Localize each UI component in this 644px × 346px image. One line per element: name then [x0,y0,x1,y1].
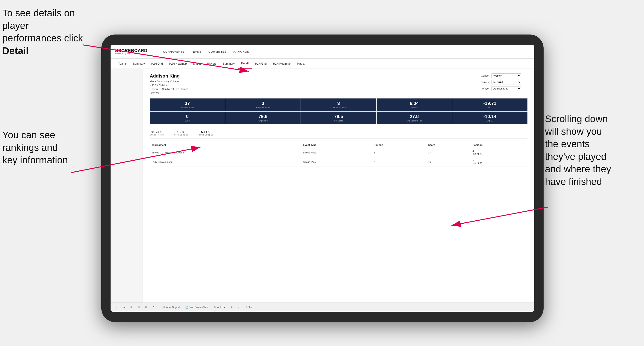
record-top25-value: 1-5-0 [173,130,188,134]
gender-select[interactable]: Women [491,73,521,78]
gender-filter-row: Gender Women [477,73,528,78]
tournament-table: Tournament Event Type Rounds Score Posit… [150,142,528,167]
player-details: Addison King Mesa Community College NJCA… [150,73,188,95]
stat-value-regional-rank: 3 [227,101,299,106]
division-select[interactable]: NJCAA I [491,80,521,84]
player-select[interactable]: Addison King [491,86,521,91]
toolbar-icon4[interactable]: ⏱ [151,305,156,309]
col-event-type: Event Type [301,142,372,148]
stat-value-avg-sg: -10.14 [454,114,526,119]
subnav-h2h-heatmap[interactable]: H2H Heatmap [166,59,190,69]
table-row: Estella CC- Mountain Classic Stroke Play… [150,148,528,157]
row2-tournament: Lady Coyote Invite [150,157,301,167]
stat-label-avg-sg: Avg SG [454,120,526,122]
stat-label-national-rank: National Rank [151,107,224,109]
stat-label-regional-rank: Regional Rank [227,107,299,109]
col-rounds: Rounds [372,142,426,148]
stat-avg-score-par: 27.8 Avg Score to Par [376,112,452,124]
division-label: Division [477,81,490,84]
logo-title: SCOREBOARD [115,48,148,53]
stat-label-adj-score: Adj Score [302,120,375,122]
stat-sos: -19.71 SoS [452,98,528,111]
subnav-h2h-heatmap2[interactable]: H2H Heatmap [270,59,294,69]
row2-position: 7 out of 20 [471,157,528,167]
row2-score: 16 [426,157,470,167]
player-name: Addison King [150,73,188,79]
nav-committee[interactable]: COMMITTEE [208,49,226,54]
subnav-summary[interactable]: Summary [130,59,148,69]
subnav-h2h-grid[interactable]: H2H Grid [148,59,166,69]
app-header: SCOREBOARD Powered by clippd TOURNAMENTS… [110,45,534,59]
nav-teams[interactable]: TEAMS [191,49,202,54]
row1-tournament: Estella CC- Mountain Classic [150,148,301,157]
stat-regional-rank: 3 Regional Rank [225,98,300,111]
toolbar-icon5[interactable]: ⊞ [229,305,234,309]
bottom-toolbar: ↩ ↪ ⊞ ⊡ ⊟ ⏱ ⊞ View: Original 💾 Save Cust… [110,303,534,312]
player-school: Mesa Community College [150,80,188,84]
nav-tournaments[interactable]: TOURNAMENTS [161,49,184,54]
annotation-bottomright: Scrolling down will show you the events … [545,113,642,188]
record-overall: 91-20-1 Overall Record [150,130,164,136]
subnav-matrix2[interactable]: Matrix [294,59,308,69]
toolbar-undo-icon[interactable]: ↩ [114,305,119,309]
subnav-detail[interactable]: Detail [238,59,252,69]
player-filter-row: Player Addison King [477,86,528,91]
col-score: Score [426,142,470,148]
stat-value-conference-rank: 3 [302,101,375,106]
record-top50-value: 5-11-1 [198,130,213,134]
subnav-h2h-grid2[interactable]: H2H Grid [252,59,270,69]
records-row: 91-20-1 Overall Record 1-5-0 Record vs t… [150,128,528,139]
nav-rankings[interactable]: RANKINGS [233,49,249,54]
left-sidebar [110,69,143,303]
stat-label-conference-rank: Conference Rank [302,107,375,109]
stat-wins: 0 Wins [150,112,225,124]
toolbar-icon2[interactable]: ⊡ [136,305,141,309]
stat-label-points: Points [378,107,450,109]
watch-button[interactable]: 👁 Watch ▾ [212,305,226,309]
tablet-frame: SCOREBOARD Powered by clippd TOURNAMENTS… [101,34,544,322]
col-tournament: Tournament [150,142,301,148]
save-custom-button[interactable]: 💾 Save Custom View [184,305,210,309]
subnav-players[interactable]: Players [204,59,220,69]
row1-score: 17 [426,148,470,157]
gender-label: Gender [477,74,490,77]
player-division: NJCAA Division 1 [150,84,188,87]
toolbar-icon6[interactable]: ⤢ [236,305,241,309]
share-button[interactable]: ⇪ Share [244,305,255,309]
app-logo: SCOREBOARD Powered by clippd [115,48,148,55]
stat-value-avg-score: 79.6 [227,114,299,119]
record-top25: 1-5-0 Record vs top 25 [173,130,188,136]
annotation-bottomleft: You can see rankings and key information [2,129,80,167]
player-filters: Gender Women Division NJCAA I [477,73,528,91]
stat-label-wins: Wins [151,120,224,122]
subnav-summary2[interactable]: Summary [220,59,238,69]
main-nav: TOURNAMENTS TEAMS COMMITTEE RANKINGS [161,49,249,54]
toolbar-separator [159,305,159,310]
annotation-topleft: To see details on player performances cl… [2,7,90,57]
row1-rounds: 2 [372,148,426,157]
row2-rounds: 2 [372,157,426,167]
stats-row2: 0 Wins 79.6 Avg Score 78.5 Adj Score 27.… [150,112,528,124]
stat-value-adj-score: 78.5 [302,114,375,119]
col-position: Position [471,142,528,148]
stat-national-rank: 37 National Rank [150,98,225,111]
view-original-button[interactable]: ⊞ View: Original [162,305,181,309]
toolbar-icon1[interactable]: ⊞ [129,305,134,309]
stat-value-points: 6.04 [378,101,450,106]
stat-label-avg-score-par: Avg Score to Par [378,120,450,122]
tablet-screen: SCOREBOARD Powered by clippd TOURNAMENTS… [110,45,534,312]
content-area: Addison King Mesa Community College NJCA… [143,69,534,303]
record-overall-label: Overall Record [150,134,164,136]
stat-value-wins: 0 [151,114,224,119]
row1-position: 4 out of 20 [471,148,528,157]
main-content: Addison King Mesa Community College NJCA… [110,69,534,303]
subnav-teams[interactable]: Teams [115,59,130,69]
subnav-matrix[interactable]: Matrix [190,59,204,69]
toolbar-redo-icon[interactable]: ↪ [122,305,126,309]
toolbar-icon3[interactable]: ⊟ [144,305,148,309]
record-top25-label: Record vs top 25 [173,134,188,136]
stat-conference-rank: 3 Conference Rank [301,98,376,111]
stat-avg-sg: -10.14 Avg SG [452,112,528,124]
row1-event-type: Stroke Play [301,148,372,157]
player-year: First Year [150,91,188,95]
